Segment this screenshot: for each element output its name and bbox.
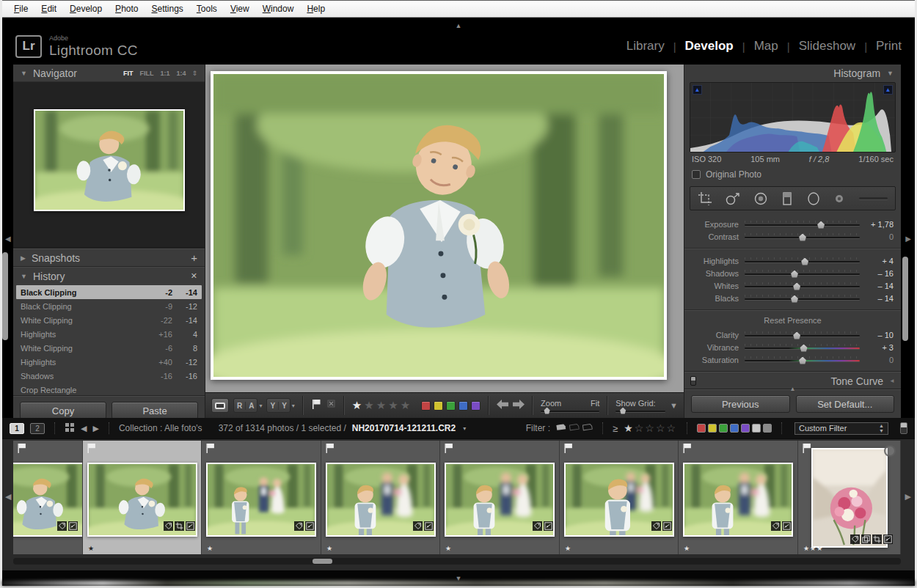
slider-track[interactable] [745,233,860,240]
filter-star-4[interactable]: ☆ [656,422,667,434]
menu-window[interactable]: Window [256,2,301,15]
previous-button[interactable]: Previous [691,395,790,413]
toolbar-options-dropdown-icon[interactable]: ▼ [670,401,678,410]
tag-badge-icon[interactable] [57,521,67,531]
filmstrip-scrollbar[interactable] [13,558,901,565]
menu-develop[interactable]: Develop [63,2,109,15]
tag-badge-icon[interactable] [294,521,304,531]
toolbar-color-label-1[interactable] [421,401,431,411]
filter-star-3[interactable]: ☆ [645,422,656,434]
main-screen-button[interactable]: 1 [10,423,24,434]
history-item[interactable]: Black Clipping-2-14 [16,285,202,299]
main-photo[interactable] [211,71,667,380]
navigator-mode-1-1[interactable]: 1:1 [160,70,169,77]
menu-tools[interactable]: Tools [190,2,224,15]
thumbnail-flag-icon[interactable] [444,443,454,457]
panel-switch-icon[interactable] [690,376,696,386]
tag-badge-icon[interactable] [771,521,781,531]
loupe-view-button[interactable] [211,398,229,413]
zoom-amount-spinner-icon[interactable]: ⇕ [191,70,197,77]
navigator-header[interactable]: ▼ Navigator FITFILL1:11:4 ⇕ [13,65,205,81]
history-item[interactable]: Highlights+164 [16,327,202,341]
tone-curve-collapse-icon[interactable]: ◄ [889,378,895,384]
filmstrip-thumbnail-3[interactable]: ★ [202,441,321,554]
thumbnail-flag-icon[interactable] [17,443,27,457]
collapse-right-panel-arrow[interactable]: ▶ [905,235,911,243]
collection-label[interactable]: Collection : Alle foto's [119,423,202,433]
soft-proof-button[interactable]: YY [266,398,290,413]
filmstrip-thumbnail-8[interactable]: ★★★ [798,441,901,554]
filmstrip-scrollbar-thumb[interactable] [313,559,332,564]
adjust-badge-icon[interactable] [68,521,78,531]
module-tab-map[interactable]: Map [754,39,778,54]
adjust-badge-icon[interactable] [544,521,553,531]
slider-track[interactable] [745,282,860,290]
module-tab-library[interactable]: Library [626,39,665,54]
filter-color-label-3[interactable] [719,424,728,433]
reject-flag-icon[interactable] [326,399,336,412]
filter-color-label-2[interactable] [708,424,717,433]
histogram-header[interactable]: Histogram ▼ [684,65,901,82]
filter-flag-picked-icon[interactable] [556,424,566,433]
menu-file[interactable]: File [7,2,34,15]
histogram-collapse-icon[interactable]: ▼ [887,70,894,77]
filename-label[interactable]: NH20170714-121211.CR2 [352,423,456,433]
menu-help[interactable]: Help [300,2,332,15]
histogram-chart[interactable] [690,83,895,152]
module-tab-print[interactable]: Print [876,39,902,54]
menu-photo[interactable]: Photo [109,2,145,15]
right-panel-scrollbar[interactable] [902,257,908,341]
tag-badge-icon[interactable] [533,521,542,531]
thumbnail-star-rating[interactable]: ★ [565,545,571,552]
menu-settings[interactable]: Settings [145,2,189,15]
slider-track[interactable] [745,270,860,277]
history-collapse-icon[interactable]: ▼ [21,273,27,280]
red-eye-correction-tool-icon[interactable] [753,191,768,206]
module-tab-develop[interactable]: Develop [685,39,734,54]
thumbnail-flag-icon[interactable] [87,443,97,457]
history-item[interactable]: Black Clipping-9-12 [16,299,202,313]
clear-history-button[interactable]: ✕ [191,271,197,281]
thumbnail-star-rating[interactable]: ★ [88,545,95,552]
crop-badge-icon[interactable] [872,534,882,544]
fit-label[interactable]: Fit [591,399,599,408]
history-item[interactable]: Highlights+40-12 [16,355,202,369]
slider-track[interactable] [745,344,860,351]
grid-view-icon[interactable] [65,422,75,435]
paste-button[interactable]: Paste [112,402,198,418]
grid-size-slider[interactable] [615,410,665,413]
radial-filter-tool-icon[interactable] [806,191,821,206]
filter-switch-icon[interactable] [900,422,907,434]
toolbar-star-4[interactable]: ★ [388,399,400,411]
thumbnail-star-rating[interactable]: ★ [445,545,452,552]
toolbar-star-2[interactable]: ★ [364,399,376,411]
filmstrip-thumbnail-4[interactable]: ★ [321,441,440,554]
toolbar-star-1[interactable]: ★ [352,399,364,411]
zoom-slider[interactable] [541,410,599,413]
navigator-preview[interactable] [34,109,185,211]
toolbar-color-label-3[interactable] [446,401,456,411]
highlight-clipping-indicator[interactable]: ▲ [883,85,893,95]
star-rating-control[interactable]: ★★★★★ [352,399,412,412]
toolbar-color-label-5[interactable] [471,401,481,411]
navigator-mode-1-4[interactable]: 1:4 [176,70,186,77]
adjust-badge-icon[interactable] [782,521,792,531]
filter-color-label-1[interactable] [697,424,706,433]
slider-track[interactable] [745,257,860,265]
adjustment-brush-tool-icon[interactable] [833,191,847,206]
navigator-mode-fit[interactable]: FIT [123,70,134,77]
slider-track[interactable] [745,221,860,228]
filename-dropdown-icon[interactable]: ▾ [463,425,466,432]
thumbnail-star-rating[interactable]: ★★★ [803,545,823,552]
module-tab-slideshow[interactable]: Slideshow [799,39,856,54]
tag-badge-icon[interactable] [850,534,860,544]
history-item[interactable]: White Clipping-22-14 [16,313,202,327]
menu-view[interactable]: View [224,2,256,15]
filter-star-5[interactable]: ☆ [666,422,677,434]
filmstrip-thumbnail-5[interactable]: ★ [440,441,560,554]
graduated-filter-tool-icon[interactable] [781,191,794,206]
filter-star-1[interactable]: ★ [624,422,635,434]
crop-badge-icon[interactable] [175,521,184,531]
toolbar-color-label-4[interactable] [458,401,468,411]
quick-collection-marker[interactable] [884,445,896,457]
